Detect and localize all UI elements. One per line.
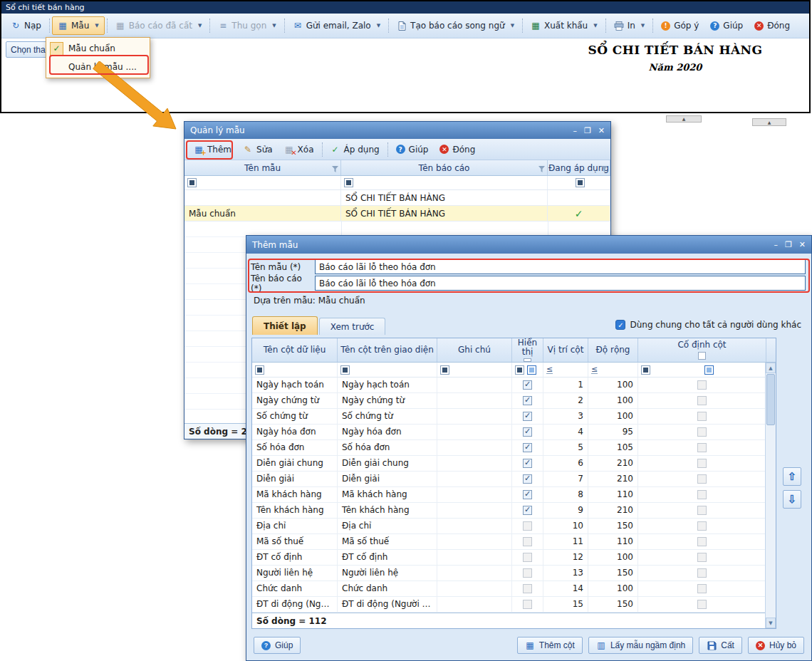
add-template-button[interactable]: ▦+ Thêm <box>188 142 237 157</box>
move-row-up-button[interactable]: ⇧ <box>783 467 801 486</box>
panel-collapse-handle[interactable]: ▲ <box>666 115 702 123</box>
filter-box-icon[interactable] <box>255 365 264 375</box>
column-header-position[interactable]: Vị trí cột <box>543 338 588 362</box>
filter-box-icon[interactable] <box>440 365 449 375</box>
delete-template-button[interactable]: ▦✕ Xóa <box>279 142 320 157</box>
column-header-data-col[interactable]: Tên cột dữ liệu <box>252 338 338 362</box>
cancel-button[interactable]: ✕ Hủy bỏ <box>748 637 804 654</box>
visible-checkbox[interactable] <box>523 490 532 499</box>
manage-close-button[interactable]: ✕ Đóng <box>434 142 481 157</box>
fixed-checkbox[interactable] <box>697 584 707 593</box>
column-row[interactable]: Diễn giảiDiễn giải7210 <box>252 472 776 487</box>
fixed-checkbox[interactable] <box>697 459 707 468</box>
column-row[interactable]: Người liên hệNgười liên hệ13150 <box>252 566 776 581</box>
column-header-ten-bao-cao[interactable]: Tên báo cáo <box>341 160 548 175</box>
choose-parameters-button[interactable]: Chọn tha <box>6 41 51 58</box>
column-header-dang-ap-dung[interactable]: Đang áp dụng <box>548 160 610 175</box>
share-checkbox-row[interactable]: ✓ Dùng chung cho tất cả người dùng khác <box>615 320 801 330</box>
select-all-visible-checkbox[interactable] <box>524 358 531 362</box>
share-checkbox[interactable]: ✓ <box>615 320 625 330</box>
vertical-scrollbar[interactable]: ▲ ▼ <box>765 363 776 628</box>
visible-checkbox[interactable] <box>523 568 532 578</box>
help-button[interactable]: ? Giúp <box>704 16 749 35</box>
column-row[interactable]: Số hóa đơnSố hóa đơn5105 <box>252 440 776 456</box>
filter-box-icon[interactable] <box>704 365 714 375</box>
fixed-checkbox[interactable] <box>697 600 707 609</box>
print-button[interactable]: In ▼ <box>608 16 651 35</box>
send-email-button[interactable]: ✉ Gửi email, Zalo ▼ <box>287 16 386 35</box>
fixed-checkbox[interactable] <box>697 521 707 531</box>
visible-checkbox[interactable] <box>523 412 532 421</box>
fixed-checkbox[interactable] <box>697 412 707 421</box>
load-button[interactable]: ↻ Nạp <box>5 16 47 35</box>
filter-cell[interactable] <box>184 176 341 189</box>
column-row[interactable]: Ngày chứng từNgày chứng từ2100 <box>252 393 776 409</box>
fixed-checkbox[interactable] <box>697 506 707 515</box>
bilingual-report-button[interactable]: Tạo báo cáo song ngữ ▼ <box>391 16 520 35</box>
column-row[interactable]: Diễn giải chungDiễn giải chung6210 <box>252 456 776 472</box>
tab-thiet-lap[interactable]: Thiết lập <box>252 316 318 335</box>
ten-bao-cao-input[interactable] <box>315 276 806 291</box>
filter-box-icon[interactable] <box>576 178 585 187</box>
scroll-up-icon[interactable]: ▲ <box>766 363 776 373</box>
column-header-note[interactable]: Ghi chú <box>437 338 512 362</box>
filter-cell[interactable] <box>638 363 766 377</box>
export-button[interactable]: ▦ Xuất khẩu ▼ <box>525 16 603 35</box>
column-header-visible[interactable]: Hiển thị <box>512 338 543 362</box>
visible-checkbox[interactable] <box>523 584 532 593</box>
filter-cell[interactable]: ≤ <box>588 363 638 377</box>
visible-checkbox[interactable] <box>523 506 532 515</box>
minimize-icon[interactable]: – <box>573 127 577 135</box>
column-header-width[interactable]: Độ rộng <box>588 338 638 362</box>
fixed-checkbox[interactable] <box>697 396 707 405</box>
column-row[interactable]: Chức danhChức danh14100 <box>252 581 776 597</box>
saved-reports-button[interactable]: ▦ Báo cáo đã cất ▼ <box>110 16 208 35</box>
manage-help-button[interactable]: ? Giúp <box>390 142 434 157</box>
add-help-button[interactable]: ? Giúp <box>254 637 301 654</box>
maximize-icon[interactable]: ❐ <box>584 127 591 135</box>
template-row[interactable]: Mẫu chuẩnSỔ CHI TIẾT BÁN HÀNG✓ <box>184 206 610 222</box>
scroll-down-icon[interactable]: ▼ <box>766 618 776 628</box>
column-header-ten-mau[interactable]: Tên mẫu <box>184 160 341 175</box>
fixed-checkbox[interactable] <box>697 537 707 546</box>
template-row[interactable]: SỔ CHI TIẾT BÁN HÀNG <box>184 190 610 206</box>
apply-template-button[interactable]: ✓ Áp dụng <box>325 142 385 157</box>
add-titlebar[interactable]: Thêm mẫu – ❐ ✕ <box>246 236 811 254</box>
filter-box-icon[interactable] <box>515 365 524 375</box>
fixed-checkbox[interactable] <box>697 443 707 452</box>
less-equal-filter-icon[interactable]: ≤ <box>546 365 553 374</box>
template-button[interactable]: ▦ Mẫu ▼ <box>52 16 105 35</box>
save-button[interactable]: Cất <box>699 637 742 654</box>
column-row[interactable]: ĐT di động (Người liên hệ)ĐT di động (Ng… <box>252 597 776 613</box>
visible-checkbox[interactable] <box>523 443 532 452</box>
filter-pin-icon[interactable] <box>332 165 338 175</box>
filter-cell[interactable] <box>338 363 437 377</box>
default-template-button[interactable]: ▥ Lấy mẫu ngầm định <box>588 637 693 654</box>
select-all-fixed-checkbox[interactable] <box>698 352 706 360</box>
feedback-button[interactable]: ! Góp ý <box>655 16 704 35</box>
visible-checkbox[interactable] <box>523 396 532 405</box>
move-row-down-button[interactable]: ⇩ <box>783 490 801 509</box>
visible-checkbox[interactable] <box>523 553 532 562</box>
ten-mau-input[interactable] <box>315 259 806 274</box>
column-row[interactable]: Mã số thuếMã số thuế11110 <box>252 534 776 550</box>
close-report-button[interactable]: ✕ Đóng <box>749 16 796 35</box>
fixed-checkbox[interactable] <box>697 474 707 484</box>
filter-cell[interactable] <box>548 176 610 189</box>
menu-item-quan-ly-mau[interactable]: Quản lý mẫu .... <box>48 58 148 76</box>
filter-pin-icon[interactable] <box>601 165 608 175</box>
visible-checkbox[interactable] <box>523 380 532 390</box>
filter-box-icon[interactable] <box>527 365 536 375</box>
visible-checkbox[interactable] <box>523 427 532 437</box>
visible-checkbox[interactable] <box>523 521 532 531</box>
column-row[interactable]: Số chứng từSố chứng từ3100 <box>252 409 776 425</box>
visible-checkbox[interactable] <box>523 600 532 609</box>
tab-xem-truoc[interactable]: Xem trước <box>319 318 386 335</box>
main-titlebar[interactable]: Sổ chi tiết bán hàng <box>1 1 809 14</box>
column-row[interactable]: Ngày hạch toánNgày hạch toán1100 <box>252 378 776 393</box>
fixed-checkbox[interactable] <box>697 490 707 499</box>
filter-box-icon[interactable] <box>187 178 197 187</box>
manage-titlebar[interactable]: Quản lý mẫu – ❐ ✕ <box>184 122 610 139</box>
scrollbar-track[interactable] <box>766 426 776 618</box>
collapse-button[interactable]: ≡ Thu gọn ▼ <box>212 16 281 35</box>
